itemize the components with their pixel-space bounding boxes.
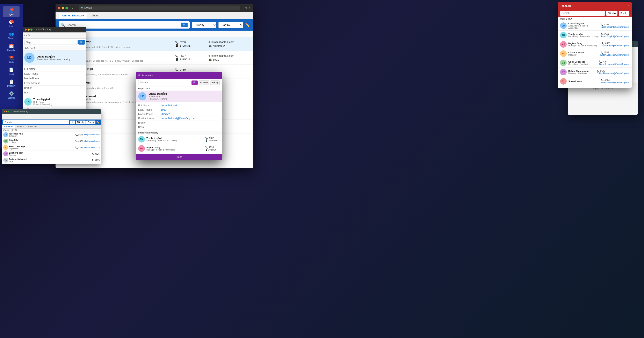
sw-minimize-button[interactable] xyxy=(28,28,30,31)
tab-about[interactable]: About xyxy=(88,13,102,18)
minimize-button[interactable] xyxy=(62,7,64,9)
st-field-email: Email Address Lucas.Dalgård@DemoOrg.com xyxy=(138,116,220,121)
smw-refresh-button[interactable]: ↻ xyxy=(6,115,8,118)
contact-phone: 📞 3260 📱 17284317 xyxy=(175,40,206,48)
avatar: BT xyxy=(560,69,567,75)
list-item[interactable]: BS Brix, Silje Jordmor 📞 #677 info@acant… xyxy=(2,138,101,144)
sidebar-item-chat[interactable]: 💬 3 Chat xyxy=(3,18,20,29)
sidebar-item-agent[interactable]: 👤 5 Agent xyxy=(3,6,20,17)
list-item[interactable]: FL Fraas, Lars Inge Fagdirektør 📞 #235 i… xyxy=(2,144,101,151)
teams-icon: 👥 xyxy=(9,32,14,36)
contact-role: Manager · Finans & Accounting xyxy=(146,149,204,151)
sw-refresh-button[interactable]: ↻ xyxy=(28,34,30,37)
forward-button[interactable]: › xyxy=(75,6,77,10)
smw-forward-button[interactable]: › xyxy=(5,116,6,118)
url-text: Search xyxy=(84,6,92,9)
list-item[interactable]: BK Boldbo, Kristine Sykepleier 📞 #446 xyxy=(2,164,101,164)
scantalk-search-button[interactable]: 🔍 xyxy=(192,80,198,85)
sw-close-button[interactable] xyxy=(25,28,27,31)
smw-search-button[interactable]: 🔍 xyxy=(70,121,75,124)
sidebar-item-teams[interactable]: 👥 Teams xyxy=(3,30,20,41)
list-item[interactable]: BT Bobby Thomassen Manager · Hardware 📞 … xyxy=(558,68,632,77)
fax-icon: 📠 xyxy=(208,45,212,47)
contact-role: Consultant · Purchasing xyxy=(568,63,598,65)
smw-edit-button[interactable]: ✏️ xyxy=(96,121,100,124)
list-item[interactable]: TN Troels Nygård Data Entry · Finans & A… xyxy=(558,31,632,40)
list-item[interactable]: TM Tarique, Mohamed Lege 📞 #235 xyxy=(2,157,101,164)
agent-badge: 5 xyxy=(10,8,13,11)
contact-name: Bobby Thomassen xyxy=(568,70,595,72)
list-item[interactable]: TN Troels Nygård Data Entry · Finans & A… xyxy=(136,135,222,144)
topright-sort-button[interactable]: Sort by xyxy=(619,11,629,16)
win-close-icon[interactable]: × xyxy=(249,6,250,9)
sidebar-search-input[interactable] xyxy=(24,40,78,45)
tab-unified-directory[interactable]: Unified Directory xyxy=(59,12,88,18)
scantalk-sort-button[interactable]: Sort by xyxy=(210,80,220,85)
sidebar-label-chat: Chat xyxy=(9,25,13,27)
st-dot xyxy=(138,74,140,76)
sidebar-label-calls: Calls xyxy=(9,61,14,63)
tab-contacts[interactable]: Contacts xyxy=(2,125,15,128)
sidebar-nav: ‹ › ↻ xyxy=(23,32,86,39)
list-item[interactable]: LD Lucas Dalgård Accountant · Finans & A… xyxy=(558,21,632,31)
list-item[interactable]: ET Eikefjord, Tom Rådgiver 📞 #625 xyxy=(2,151,101,157)
contact-role: Data Entry xyxy=(33,101,52,103)
win-maximize-icon[interactable]: □ xyxy=(245,6,246,9)
scantalk-close-button[interactable]: Close xyxy=(136,154,222,160)
back-button[interactable]: ‹ xyxy=(71,6,74,10)
win-minimize-icon[interactable]: − xyxy=(241,6,243,9)
contact-role: Fagdirektør xyxy=(9,148,74,150)
list-item[interactable]: TN Troels Nygård Data Entry Finans & Acc… xyxy=(23,97,86,107)
scantalk-filter-button[interactable]: Filter by xyxy=(199,80,209,85)
search-submit-button[interactable]: 🔍 xyxy=(181,22,188,27)
smw-sort-button[interactable]: Sort by xyxy=(86,121,96,124)
sidebar-item-docs[interactable]: 📄 Docs xyxy=(3,66,20,77)
docs-icon: 📄 xyxy=(9,67,14,72)
maximize-button[interactable] xyxy=(66,7,68,9)
sw-maximize-button[interactable] xyxy=(30,28,32,31)
sidebar-item-directory[interactable]: 📋 Directory xyxy=(3,78,20,89)
contact-name: Gorm Jeppesen xyxy=(568,61,598,63)
sidebar-item-calendar[interactable]: 📅 Calendar xyxy=(3,42,20,53)
sidebar-item-calls[interactable]: 📞 2 Calls xyxy=(3,54,20,65)
list-item[interactable]: KC Kirstin Carlsen Manager 📞 #059 Kirsti… xyxy=(558,49,632,58)
st-label-email: Email Address xyxy=(138,117,161,120)
contact-title: Sekretær xyxy=(71,43,173,46)
smw-search-input[interactable] xyxy=(3,120,69,124)
contact-email: info@acantalk.com 📠 48104902 xyxy=(208,40,250,47)
topright-search-input[interactable] xyxy=(560,11,605,16)
scantalk-search-input[interactable] xyxy=(138,80,190,85)
smw-back-button[interactable]: ‹ xyxy=(3,116,4,118)
contact-phone: 📞 #024 xyxy=(601,79,629,82)
small-window-nav: ‹ › ↻ xyxy=(2,114,101,120)
contact-phone: 📞 #059 xyxy=(600,51,629,54)
tab-groups[interactable]: Groups xyxy=(15,125,26,128)
sw-forward-button[interactable]: › xyxy=(26,34,27,37)
tab-favorites[interactable]: Favorites xyxy=(26,125,39,128)
smw-filter-button[interactable]: Filter by xyxy=(76,121,86,124)
sidebar-label-calendar: Calendar xyxy=(7,49,16,51)
tr-close-icon[interactable]: × xyxy=(628,4,629,7)
list-item[interactable]: GJ Gorm Jeppesen Consultant · Purchasing… xyxy=(558,58,632,68)
list-item[interactable]: SL Soren Lassen 📞 #024 Soren.Lassen@Demo… xyxy=(558,77,632,86)
sidebar-search-button[interactable]: 🔍 xyxy=(78,40,85,45)
avatar: TN xyxy=(138,136,145,143)
list-item[interactable]: TA Tyssedal, Anja Sekretær 📞 #677 info@a… xyxy=(2,132,101,138)
close-button[interactable] xyxy=(58,7,60,9)
smw-min-button[interactable]: ● xyxy=(6,110,8,113)
sort-select[interactable]: Sort by Name A-Z Name Z-A xyxy=(218,22,243,28)
smw-max-button[interactable]: ● xyxy=(8,110,10,113)
filter-select[interactable]: Filter by Name Department xyxy=(192,22,216,28)
sw-back-button[interactable]: ‹ xyxy=(24,34,25,37)
avatar: TA xyxy=(3,132,8,137)
topright-title-bar: Team.dk × xyxy=(558,2,632,9)
contact-info: Majken Bang Manager · Finans & Accountin… xyxy=(568,42,600,47)
sidebar-item-settings[interactable]: ⚙️ Settings xyxy=(3,90,20,101)
list-item[interactable]: MB Majken Bang Manager · Finans & Accoun… xyxy=(136,144,222,153)
contact-role: Manager · Finans & Accounting xyxy=(568,45,600,47)
list-item[interactable]: MB Majken Bang Manager · Finans & Accoun… xyxy=(558,40,632,49)
topright-filter-button[interactable]: Filter by xyxy=(606,11,618,16)
search-input[interactable] xyxy=(67,23,179,27)
smw-close-button[interactable]: ● xyxy=(4,110,5,113)
edit-button[interactable]: ✏️ xyxy=(245,23,250,27)
